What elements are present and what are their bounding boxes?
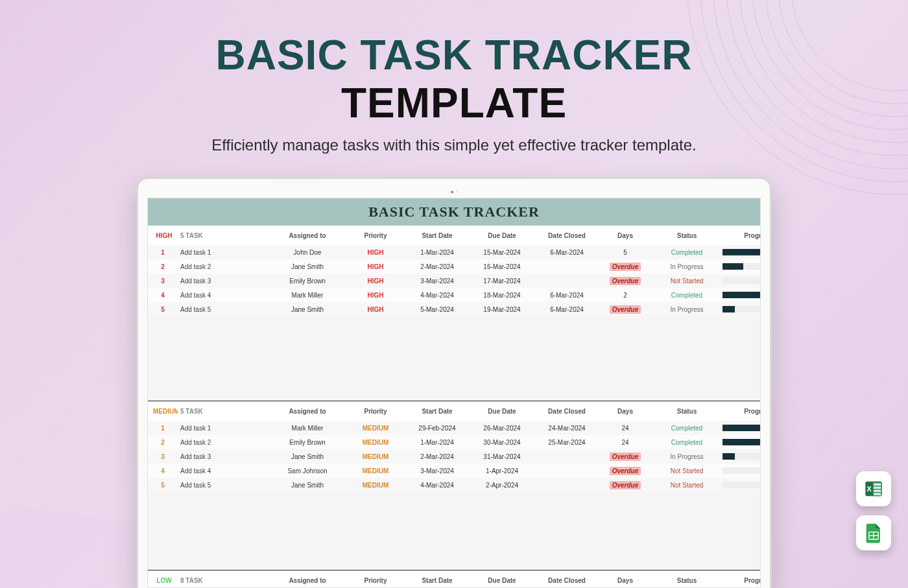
days: Overdue [599, 305, 651, 314]
progress-cell: 100% [723, 249, 761, 256]
progress-cell: 30% [723, 453, 761, 460]
assigned-to: Emily Brown [269, 276, 346, 286]
progress-cell: 100% [723, 292, 761, 299]
status: In Progress [651, 262, 723, 272]
days: Overdue [599, 262, 651, 272]
date-closed: 24-Mar-2024 [534, 423, 599, 433]
task-name[interactable]: Add task 1 [178, 423, 269, 433]
due-date: 17-Mar-2024 [470, 276, 534, 286]
start-date: 2-Mar-2024 [405, 262, 470, 272]
table-row[interactable]: 2Add task 2Emily BrownMEDIUM1-Mar-202430… [148, 435, 760, 449]
format-icons: X [856, 471, 891, 550]
status: Completed [651, 248, 723, 257]
hero-title-line1: BASIC TASK TRACKER [0, 31, 908, 79]
row-index: 2 [148, 262, 178, 272]
assigned-to: Mark Miller [269, 290, 346, 300]
overdue-badge: Overdue [610, 467, 641, 475]
due-date: 15-Mar-2024 [470, 248, 534, 257]
table-row[interactable]: 3Add task 3Jane SmithMEDIUM2-Mar-202431-… [148, 449, 760, 464]
row-index: 5 [148, 480, 178, 490]
overdue-badge: Overdue [610, 305, 641, 314]
section-medium: MEDIUM5 TASKAssigned toPriorityStart Dat… [148, 401, 760, 492]
priority: MEDIUM [346, 452, 405, 462]
col-status: Status [651, 231, 723, 241]
group-label: LOW [148, 576, 178, 585]
task-name[interactable]: Add task 1 [178, 248, 269, 257]
col-progress: Progress [723, 406, 761, 416]
section-gap [148, 492, 760, 570]
start-date: 2-Mar-2024 [405, 452, 470, 462]
sheet-title-banner: BASIC TASK TRACKER [148, 198, 760, 226]
task-name[interactable]: Add task 5 [178, 305, 269, 314]
col-closed: Date Closed [534, 406, 599, 416]
col-progress: Progress [723, 231, 761, 241]
days: Overdue [599, 480, 651, 490]
date-closed [534, 265, 599, 268]
progress-bar [723, 249, 761, 255]
hero-title-line2: TEMPLATE [0, 79, 908, 127]
col-due: Due Date [470, 576, 534, 585]
screen: BASIC TASK TRACKER HIGH5 TASKAssigned to… [147, 198, 761, 588]
progress-cell [723, 482, 761, 488]
due-date: 1-Apr-2024 [470, 466, 534, 476]
days: 24 [599, 438, 651, 447]
section-low: LOW8 TASKAssigned toPriorityStart DateDu… [148, 570, 760, 588]
start-date: 3-Mar-2024 [405, 466, 470, 476]
progress-cell: 100% [723, 425, 761, 432]
task-name[interactable]: Add task 3 [178, 452, 269, 462]
task-name[interactable]: Add task 2 [178, 438, 269, 447]
progress-bar [723, 292, 761, 298]
table-row[interactable]: 3Add task 3Emily BrownHIGH3-Mar-202417-M… [148, 274, 760, 288]
col-assigned: Assigned to [269, 576, 346, 585]
hero-title: BASIC TASK TRACKER TEMPLATE [0, 31, 908, 127]
progress-bar [723, 439, 761, 445]
camera-dot: ● · [147, 188, 761, 195]
col-closed: Date Closed [534, 231, 599, 241]
row-index: 2 [148, 438, 178, 447]
assigned-to: John Doe [269, 248, 346, 257]
days: 5 [599, 248, 651, 257]
task-name[interactable]: Add task 5 [178, 480, 269, 490]
section-header-row: LOW8 TASKAssigned toPriorityStart DateDu… [148, 570, 760, 588]
group-count: 8 TASK [178, 576, 269, 585]
row-index: 1 [148, 248, 178, 257]
table-row[interactable]: 1Add task 1John DoeHIGH1-Mar-202415-Mar-… [148, 245, 760, 259]
priority: HIGH [346, 262, 405, 272]
assigned-to: Jane Smith [269, 452, 346, 462]
section-high: HIGH5 TASKAssigned toPriorityStart DateD… [148, 226, 760, 316]
table-row[interactable]: 1Add task 1Mark MillerMEDIUM29-Feb-20242… [148, 421, 760, 435]
task-name[interactable]: Add task 4 [178, 466, 269, 476]
row-index: 3 [148, 276, 178, 286]
table-row[interactable]: 4Add task 4Mark MillerHIGH4-Mar-202418-M… [148, 288, 760, 302]
task-name[interactable]: Add task 3 [178, 276, 269, 286]
table-row[interactable]: 5Add task 5Jane SmithHIGH5-Mar-202419-Ma… [148, 302, 760, 316]
due-date: 19-Mar-2024 [470, 305, 534, 314]
section-header-row: MEDIUM5 TASKAssigned toPriorityStart Dat… [148, 401, 760, 421]
hero-subtitle: Efficiently manage tasks with this simpl… [0, 136, 908, 154]
excel-icon: X [856, 471, 891, 506]
col-days: Days [599, 231, 651, 241]
col-days: Days [599, 576, 651, 585]
row-index: 4 [148, 290, 178, 300]
svg-rect-12 [874, 486, 881, 489]
assigned-to: Sam Johnson [269, 466, 346, 476]
task-name[interactable]: Add task 4 [178, 290, 269, 300]
assigned-to: Jane Smith [269, 262, 346, 272]
task-name[interactable]: Add task 2 [178, 262, 269, 272]
col-assigned: Assigned to [269, 231, 346, 241]
svg-rect-14 [874, 493, 881, 495]
progress-cell [723, 277, 761, 284]
days: Overdue [599, 466, 651, 476]
date-closed: 6-Mar-2024 [534, 290, 599, 300]
table-row[interactable]: 5Add task 5Jane SmithMEDIUM4-Mar-20242-A… [148, 478, 760, 492]
status: Not Started [651, 480, 723, 490]
group-count: 5 TASK [178, 406, 269, 416]
progress-bar [723, 306, 761, 312]
col-priority: Priority [346, 406, 405, 416]
days: Overdue [599, 452, 651, 462]
due-date: 2-Apr-2024 [470, 480, 534, 490]
table-row[interactable]: 4Add task 4Sam JohnsonMEDIUM3-Mar-20241-… [148, 464, 760, 478]
days: 2 [599, 290, 651, 300]
col-start: Start Date [405, 406, 470, 416]
table-row[interactable]: 2Add task 2Jane SmithHIGH2-Mar-202416-Ma… [148, 259, 760, 274]
